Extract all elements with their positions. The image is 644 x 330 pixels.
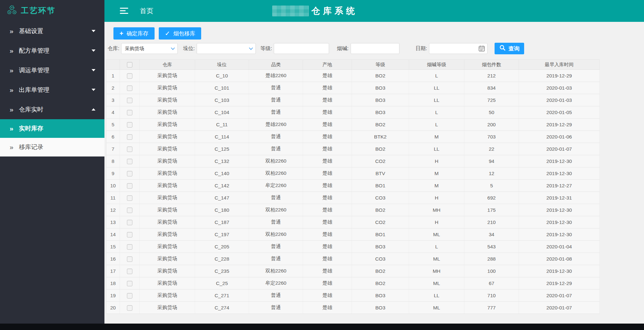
home-tab[interactable]: 首页 [140, 0, 153, 22]
sidebar-item-warehouse-realtime[interactable]: » 仓库实时 [0, 100, 104, 119]
row-checkbox[interactable] [127, 85, 132, 91]
cell-stack: C_228 [195, 253, 249, 265]
table-row: 14采购货场C_197双柏2260楚雄BO1ML342019-12-30 [106, 228, 600, 241]
row-checkbox-cell [120, 143, 140, 155]
row-checkbox-cell [120, 253, 140, 265]
cell-date: 2019-12-27 [519, 180, 600, 192]
row-checkbox[interactable] [127, 73, 132, 79]
table-row: 7采购货场C_125普通楚雄BO2LL222020-01-07 [106, 143, 600, 155]
search-button-label: 查询 [508, 45, 519, 52]
cell-category: 楚雄2260 [249, 119, 303, 131]
row-checkbox[interactable] [127, 220, 132, 225]
table-row: 12采购货场C_180双柏2260楚雄BO2MH1752019-12-30 [106, 204, 600, 216]
row-checkbox[interactable] [127, 244, 132, 250]
calendar-icon[interactable] [478, 45, 485, 53]
sidebar-item-move-records[interactable]: » 移库记录 [0, 138, 104, 156]
cell-origin: 楚雄 [303, 131, 352, 143]
cell-date: 2019-12-30 [519, 167, 600, 180]
sidebar-item-label: 实时库存 [19, 124, 43, 133]
row-checkbox[interactable] [127, 293, 132, 299]
row-checkbox[interactable] [127, 269, 132, 274]
row-checkbox[interactable] [127, 98, 132, 103]
cell-nicotine: L [409, 70, 464, 82]
logo-text: 工艺环节 [21, 5, 56, 16]
sidebar-item-realtime-stock[interactable]: » 实时库存 [0, 119, 104, 138]
table-body: 1采购货场C_10楚雄2260楚雄BO2L2122019-12-292采购货场C… [106, 70, 600, 314]
system-title: 仓库系统 [272, 0, 358, 22]
cell-origin: 楚雄 [303, 216, 352, 228]
cell-stack: C_132 [195, 155, 249, 167]
move-pack-button[interactable]: ✓ 烟包移库 [159, 27, 201, 40]
cell-count: 175 [464, 204, 519, 216]
search-button[interactable]: 查询 [495, 43, 524, 54]
row-number: 8 [106, 155, 120, 167]
row-checkbox[interactable] [127, 171, 132, 176]
cell-date: 2020-01-07 [519, 302, 600, 314]
table-row: 18采购货场C_25牟定2260楚雄BO2ML672019-12-29 [106, 277, 600, 290]
cell-stack: C_101 [195, 82, 249, 94]
row-checkbox[interactable] [127, 195, 132, 201]
select-all-header [120, 60, 140, 70]
cell-date: 2019-12-30 [519, 155, 600, 167]
cell-count: 94 [464, 155, 519, 167]
row-checkbox[interactable] [127, 281, 132, 286]
cell-date: 2020-01-08 [519, 253, 600, 265]
cell-origin: 楚雄 [303, 253, 352, 265]
col-grade: 等级 [352, 60, 409, 70]
confirm-stock-button[interactable]: + 确定库存 [113, 27, 155, 40]
cell-category: 双柏2260 [249, 167, 303, 180]
row-number: 12 [106, 204, 120, 216]
row-checkbox-cell [120, 94, 140, 106]
cell-category: 普通 [249, 216, 303, 228]
row-checkbox[interactable] [127, 232, 132, 237]
cell-date: 2020-01-04 [519, 241, 600, 253]
row-checkbox[interactable] [127, 110, 132, 115]
row-checkbox[interactable] [127, 305, 132, 311]
cell-count: 50 [464, 106, 519, 119]
sidebar-item-label: 仓库实时 [19, 105, 43, 114]
cell-warehouse: 采购货场 [140, 155, 195, 167]
hamburger-menu-icon[interactable] [120, 8, 128, 14]
sidebar-item-outbound-orders[interactable]: » 出库单管理 [0, 80, 104, 100]
row-checkbox[interactable] [127, 159, 132, 164]
select-all-checkbox[interactable] [127, 62, 132, 67]
col-stack: 垛位 [195, 60, 249, 70]
cell-nicotine: MH [409, 265, 464, 277]
cell-count: 543 [464, 241, 519, 253]
cell-category: 双柏2260 [249, 228, 303, 241]
row-checkbox[interactable] [127, 134, 132, 140]
cell-grade: BO2 [352, 143, 409, 155]
row-checkbox-cell [120, 265, 140, 277]
cell-stack: C_187 [195, 216, 249, 228]
sidebar-item-transfer-orders[interactable]: » 调运单管理 [0, 60, 104, 80]
cell-count: 725 [464, 94, 519, 106]
row-checkbox[interactable] [127, 208, 132, 213]
row-checkbox[interactable] [127, 183, 132, 189]
cell-warehouse: 采购货场 [140, 204, 195, 216]
row-number: 6 [106, 131, 120, 143]
double-arrow-icon: » [10, 106, 13, 113]
cell-warehouse: 采购货场 [140, 302, 195, 314]
row-checkbox[interactable] [127, 147, 132, 152]
check-icon: ✓ [165, 30, 170, 37]
cell-grade: BTK2 [352, 131, 409, 143]
sidebar-item-label: 基础设置 [19, 27, 43, 35]
row-number: 10 [106, 180, 120, 192]
nicotine-input[interactable] [351, 43, 399, 54]
cell-stack: C_235 [195, 265, 249, 277]
cell-origin: 楚雄 [303, 70, 352, 82]
sidebar-item-basic-settings[interactable]: » 基础设置 [0, 21, 104, 41]
search-icon [499, 45, 505, 52]
cell-origin: 楚雄 [303, 241, 352, 253]
row-checkbox[interactable] [127, 122, 132, 128]
col-pack-count: 烟包件数 [464, 60, 519, 70]
stack-select[interactable] [197, 43, 256, 54]
cell-category: 双柏2260 [249, 204, 303, 216]
grade-input[interactable] [274, 43, 329, 54]
cell-grade: BO3 [352, 82, 409, 94]
row-checkbox[interactable] [127, 256, 132, 262]
cell-grade: BO3 [352, 290, 409, 302]
cell-date: 2019-12-30 [519, 204, 600, 216]
warehouse-select[interactable]: 采购货场 [121, 43, 178, 54]
sidebar-item-recipe-orders[interactable]: » 配方单管理 [0, 41, 104, 60]
